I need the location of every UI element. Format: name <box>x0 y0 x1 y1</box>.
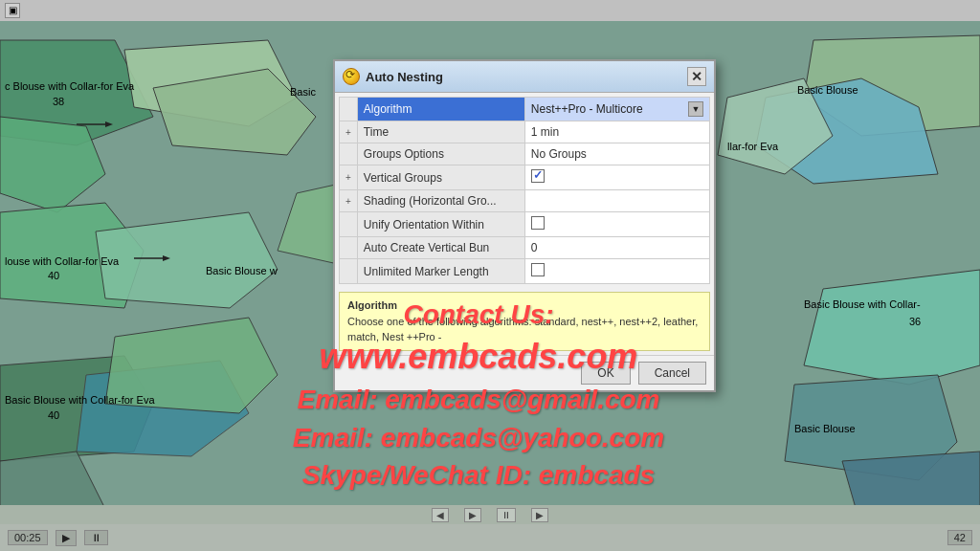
row-value[interactable] <box>524 212 709 237</box>
row-value: 0 <box>524 237 709 259</box>
status-bar: 00:25 ▶ ⏸ 42 <box>0 524 980 551</box>
svg-text:c Blouse with Collar-for Eva: c Blouse with Collar-for Eva <box>5 80 135 92</box>
cancel-button[interactable]: Cancel <box>638 362 706 385</box>
dialog-content: Algorithm Nest++Pro - Multicore ▼ + Time… <box>335 93 714 288</box>
dialog-title-area: Auto Nesting <box>343 68 443 85</box>
table-row[interactable]: + Vertical Groups <box>340 165 710 190</box>
dialog-close-button[interactable]: ✕ <box>687 67 706 86</box>
svg-text:36: 36 <box>909 316 921 327</box>
row-value: No Groups <box>524 143 709 165</box>
auto-nesting-dialog: Auto Nesting ✕ Algorithm Nest++Pro - Mul… <box>333 59 716 392</box>
play-button[interactable]: ▶ <box>464 508 481 522</box>
svg-text:38: 38 <box>53 96 64 107</box>
svg-text:Basic: Basic <box>290 86 316 98</box>
status-pause[interactable]: ⏸ <box>84 530 108 545</box>
table-row[interactable]: + Shading (Horizontal Gro... <box>340 190 710 212</box>
row-value <box>524 190 709 212</box>
dropdown-arrow-icon[interactable]: ▼ <box>688 101 703 117</box>
svg-text:Basic Blouse with Collar-: Basic Blouse with Collar- <box>804 298 921 310</box>
ok-button[interactable]: OK <box>581 362 630 385</box>
algorithm-value: Nest++Pro - Multicore <box>531 102 643 116</box>
svg-text:40: 40 <box>48 270 59 281</box>
expand-cell <box>340 237 358 259</box>
svg-text:llar-for Eva: llar-for Eva <box>727 141 779 152</box>
tooltip-text: Choose one of the following algorithms: … <box>347 315 702 344</box>
unify-orientation-checkbox[interactable] <box>531 216 545 230</box>
scroll-area: ◀ ▶ ⏸ ▶ <box>0 505 980 524</box>
dialog-buttons: OK Cancel <box>335 355 714 390</box>
settings-table: Algorithm Nest++Pro - Multicore ▼ + Time… <box>339 97 710 284</box>
row-label: Auto Create Vertical Bun <box>357 237 524 259</box>
scroll-left[interactable]: ◀ <box>432 508 449 522</box>
expand-cell <box>340 259 358 284</box>
tooltip-title: Algorithm <box>347 298 702 313</box>
pause-button[interactable]: ⏸ <box>497 508 516 522</box>
svg-text:Basic Blouse w: Basic Blouse w <box>206 265 278 276</box>
taskbar-button[interactable]: ▣ <box>5 3 20 18</box>
expand-cell[interactable]: + <box>340 190 358 212</box>
expand-cell <box>340 98 358 121</box>
svg-text:Basic Blouse: Basic Blouse <box>794 423 856 434</box>
dialog-title: Auto Nesting <box>366 70 443 84</box>
expand-cell <box>340 143 358 165</box>
table-row[interactable]: Groups Options No Groups <box>340 143 710 165</box>
table-row[interactable]: + Time 1 min <box>340 121 710 143</box>
expand-cell <box>340 212 358 237</box>
svg-text:Basic Blouse with Collar-for E: Basic Blouse with Collar-for Eva <box>5 394 155 406</box>
row-value[interactable] <box>524 165 709 190</box>
svg-text:louse with Collar-for Eva: louse with Collar-for Eva <box>5 255 120 267</box>
vertical-groups-checkbox[interactable] <box>531 169 545 183</box>
row-label: Shading (Horizontal Gro... <box>357 190 524 212</box>
expand-cell[interactable]: + <box>340 165 358 190</box>
algorithm-dropdown[interactable]: Nest++Pro - Multicore ▼ <box>531 101 703 117</box>
row-label: Time <box>357 121 524 143</box>
svg-text:Basic Blouse: Basic Blouse <box>797 84 858 96</box>
table-row[interactable]: Unify Orientation Within <box>340 212 710 237</box>
row-value: 1 min <box>524 121 709 143</box>
status-play[interactable]: ▶ <box>56 530 77 546</box>
row-value[interactable]: Nest++Pro - Multicore ▼ <box>524 98 709 121</box>
table-row[interactable]: Algorithm Nest++Pro - Multicore ▼ <box>340 98 710 121</box>
table-row[interactable]: Auto Create Vertical Bun 0 <box>340 237 710 259</box>
dialog-icon <box>343 68 360 85</box>
row-label: Vertical Groups <box>357 165 524 190</box>
table-row[interactable]: Unlimited Marker Length <box>340 259 710 284</box>
taskbar: ▣ <box>0 0 980 21</box>
dialog-titlebar: Auto Nesting ✕ <box>335 61 714 93</box>
scroll-right[interactable]: ▶ <box>531 508 548 522</box>
tooltip-box: Algorithm Choose one of the following al… <box>339 292 710 351</box>
status-time: 00:25 <box>8 530 48 545</box>
row-label: Algorithm <box>357 98 524 121</box>
row-value[interactable] <box>524 259 709 284</box>
status-counter: 42 <box>947 530 972 545</box>
row-label: Groups Options <box>357 143 524 165</box>
svg-text:40: 40 <box>48 409 59 421</box>
expand-cell[interactable]: + <box>340 121 358 143</box>
row-label: Unify Orientation Within <box>357 212 524 237</box>
unlimited-marker-checkbox[interactable] <box>531 263 545 276</box>
row-label: Unlimited Marker Length <box>357 259 524 284</box>
